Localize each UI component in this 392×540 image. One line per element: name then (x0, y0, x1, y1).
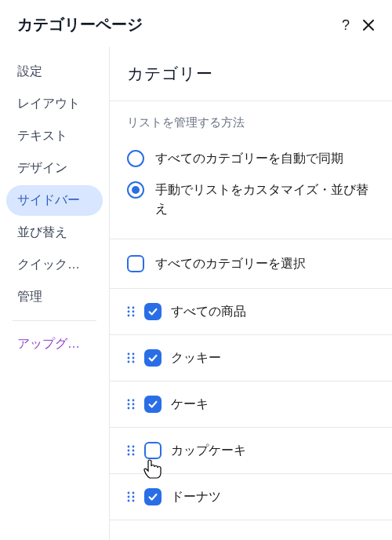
close-icon[interactable] (362, 19, 375, 31)
radio-group-heading: リストを管理する方法 (127, 115, 375, 130)
svg-point-8 (128, 357, 130, 359)
sidebar-divider (13, 320, 96, 321)
svg-point-21 (132, 450, 135, 452)
category-checkbox[interactable] (144, 396, 162, 413)
radio-label: 手動でリストをカスタマイズ・並び替え (155, 181, 375, 218)
drag-handle-icon[interactable] (127, 352, 135, 363)
svg-point-29 (132, 500, 135, 502)
radio-label: すべてのカテゴリーを自動で同期 (155, 149, 343, 168)
drag-handle-icon[interactable] (127, 491, 135, 502)
select-all-row[interactable]: すべてのカテゴリーを選択 (110, 239, 392, 289)
svg-point-25 (132, 492, 135, 494)
sidebar-item-upgrade[interactable]: アップグ… (6, 329, 103, 359)
header-actions: ? (342, 18, 375, 32)
main-content: カテゴリー リストを管理する方法 すべてのカテゴリーを自動で同期手動でリストをカ… (110, 47, 392, 540)
category-label: すべての商品 (171, 304, 246, 320)
svg-point-10 (128, 361, 130, 363)
svg-point-28 (128, 500, 130, 502)
svg-point-7 (132, 353, 135, 356)
select-all-checkbox[interactable] (127, 255, 144, 272)
svg-point-14 (128, 403, 130, 406)
svg-point-24 (128, 492, 130, 494)
svg-point-5 (132, 315, 135, 317)
category-label: カップケーキ (171, 443, 246, 459)
main-title: カテゴリー (110, 47, 392, 101)
svg-point-6 (128, 353, 130, 356)
sidebar-item-0[interactable]: 設定 (6, 57, 103, 87)
svg-point-15 (132, 403, 135, 406)
sidebar-item-7[interactable]: 管理 (6, 282, 103, 312)
drag-handle-icon[interactable] (127, 306, 135, 317)
svg-point-4 (128, 315, 130, 317)
panel-header: カテゴリーページ ? (0, 0, 392, 46)
sidebar-item-1[interactable]: レイアウト (6, 89, 103, 119)
drag-handle-icon[interactable] (127, 399, 135, 410)
svg-point-16 (128, 407, 130, 410)
svg-point-1 (132, 307, 135, 309)
category-row-0: すべての商品 (110, 289, 392, 335)
category-row-3: カップケーキ (110, 428, 392, 474)
svg-point-13 (132, 400, 135, 402)
panel-title: カテゴリーページ (17, 14, 143, 35)
help-icon[interactable]: ? (342, 18, 350, 32)
svg-point-23 (132, 454, 135, 456)
svg-point-18 (128, 446, 130, 448)
sidebar-item-3[interactable]: デザイン (6, 153, 103, 184)
svg-point-19 (132, 446, 135, 448)
svg-point-9 (132, 357, 135, 359)
svg-point-26 (128, 496, 130, 498)
list-management-group: リストを管理する方法 すべてのカテゴリーを自動で同期手動でリストをカスタマイズ・… (110, 101, 392, 239)
svg-point-17 (132, 407, 135, 410)
svg-point-2 (128, 311, 130, 313)
svg-point-12 (128, 400, 130, 402)
category-label: ケーキ (171, 396, 209, 413)
svg-point-11 (132, 361, 135, 363)
sidebar-item-5[interactable]: 並び替え (6, 217, 103, 248)
drag-handle-icon[interactable] (127, 445, 135, 456)
radio-icon (127, 150, 144, 167)
category-checkbox[interactable] (144, 488, 162, 505)
radio-option-1[interactable]: 手動でリストをカスタマイズ・並び替え (127, 174, 375, 224)
category-row-2: ケーキ (110, 381, 392, 428)
category-label: ドーナツ (171, 489, 221, 505)
radio-icon (127, 181, 144, 199)
category-row-1: クッキー (110, 335, 392, 381)
svg-point-3 (132, 311, 135, 313)
sidebar-item-4[interactable]: サイドバー (6, 185, 103, 216)
category-row-4: ドーナツ (110, 474, 392, 520)
category-checkbox[interactable] (144, 442, 162, 459)
svg-point-0 (128, 307, 130, 309)
category-checkbox[interactable] (144, 349, 162, 367)
category-checkbox[interactable] (144, 303, 162, 320)
category-label: クッキー (171, 350, 221, 367)
sidebar: 設定レイアウトテキストデザインサイドバー並び替えクイック…管理 アップグ… (0, 47, 110, 540)
sidebar-item-6[interactable]: クイック… (6, 250, 103, 280)
select-all-label: すべてのカテゴリーを選択 (155, 256, 306, 272)
radio-option-0[interactable]: すべてのカテゴリーを自動で同期 (127, 143, 375, 174)
svg-point-27 (132, 496, 135, 498)
sidebar-item-2[interactable]: テキスト (6, 121, 103, 151)
svg-point-20 (128, 450, 130, 452)
svg-point-22 (128, 454, 130, 456)
